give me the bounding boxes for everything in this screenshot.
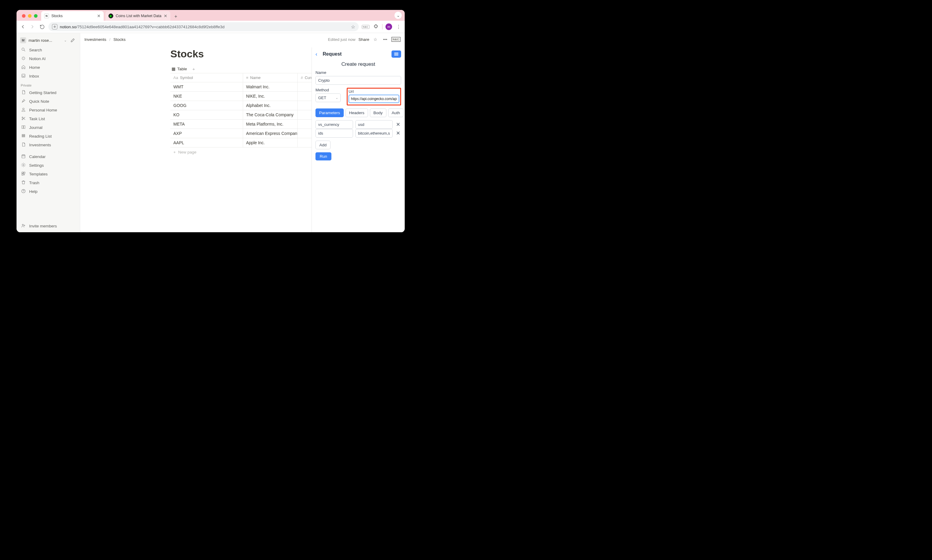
cell-name[interactable]: Alphabet Inc. — [243, 101, 298, 110]
tab-headers[interactable]: Headers — [346, 108, 368, 117]
param-key-input[interactable] — [315, 129, 353, 138]
profile-avatar[interactable]: m — [386, 23, 392, 30]
cell-symbol[interactable]: NKE — [170, 92, 243, 101]
site-info-icon[interactable]: ⚙ — [52, 24, 57, 29]
sidebar-page-item[interactable]: Journal — [17, 123, 80, 132]
remove-param-icon[interactable]: ✕ — [395, 122, 401, 128]
browser-toolbar: ⚙ notion.so/75124d9ee6054e648ead801aa414… — [17, 21, 405, 33]
breadcrumb[interactable]: Investments — [85, 37, 106, 42]
new-page-button[interactable] — [69, 37, 76, 44]
chevron-down-icon: ⌄ — [64, 38, 67, 42]
workspace-name: martin rose... — [29, 38, 62, 43]
reload-button[interactable] — [39, 23, 45, 30]
sidebar-item[interactable]: Templates — [17, 170, 80, 178]
sidebar-item[interactable]: Trash — [17, 178, 80, 187]
svg-rect-9 — [22, 172, 23, 174]
address-bar[interactable]: ⚙ notion.so/75124d9ee6054e648ead801aa414… — [48, 22, 359, 31]
remove-param-icon[interactable]: ✕ — [395, 130, 401, 136]
home-icon — [21, 65, 26, 70]
sidebar-item[interactable]: Calendar — [17, 152, 80, 161]
panel-title: Request — [323, 51, 341, 57]
tab-body[interactable]: Body — [370, 108, 386, 117]
browser-menu-icon[interactable]: ⋮ — [395, 23, 402, 30]
edited-timestamp: Edited just now — [328, 37, 355, 42]
maximize-window[interactable] — [34, 14, 38, 18]
run-button[interactable]: Run — [315, 152, 331, 160]
cell-name[interactable]: Apple Inc. — [243, 138, 298, 147]
inbox-icon — [21, 73, 26, 79]
cell-name[interactable]: American Express Company — [243, 129, 298, 138]
back-button[interactable] — [20, 23, 26, 30]
sidebar-page-item[interactable]: Investments — [17, 141, 80, 149]
method-select[interactable]: GET ⌄ — [315, 94, 341, 102]
invite-members[interactable]: Invite members — [17, 222, 80, 231]
tab-parameters[interactable]: Parameters — [315, 108, 344, 117]
extension-badge[interactable]: N&C — [392, 37, 400, 42]
share-button[interactable]: Share — [358, 37, 369, 42]
sidebar-item-label: Templates — [29, 172, 48, 176]
url-input[interactable] — [349, 95, 399, 103]
cell-symbol[interactable]: AXP — [170, 129, 243, 138]
sidebar-page-item[interactable]: Task List — [17, 114, 80, 123]
url-field-label: Url — [349, 89, 399, 94]
sidebar-item[interactable]: Notion AI — [17, 54, 80, 63]
main-content: Investments / Stocks Edited just now Sha… — [80, 33, 405, 232]
svg-point-13 — [22, 224, 23, 225]
sidebar-item[interactable]: Inbox — [17, 72, 80, 80]
param-value-input[interactable] — [355, 120, 393, 129]
add-param-button[interactable]: Add — [315, 141, 331, 149]
sidebar-item-label: Task List — [29, 117, 45, 121]
page-icon — [21, 142, 26, 148]
sidebar-item-label: Inbox — [29, 74, 39, 78]
trash-icon — [21, 180, 26, 186]
tabs-overflow-button[interactable]: ⌄ — [394, 12, 402, 19]
browser-tab[interactable]: N Stocks ✕ — [41, 11, 104, 21]
more-menu-icon[interactable]: ••• — [382, 36, 389, 43]
close-tab-icon[interactable]: ✕ — [164, 14, 168, 18]
cell-name[interactable]: The Coca-Cola Company — [243, 110, 298, 119]
sidebar-page-item[interactable]: Getting Started — [17, 88, 80, 97]
sidebar-item-label: Reading List — [29, 134, 52, 138]
sidebar-page-item[interactable]: Reading List — [17, 132, 80, 141]
tab-auth[interactable]: Auth — [388, 108, 404, 117]
close-tab-icon[interactable]: ✕ — [97, 14, 101, 18]
extension-chip[interactable]: N&C — [362, 25, 369, 29]
sidebar-page-item[interactable]: Quick Note — [17, 97, 80, 106]
workspace-switcher[interactable]: M martin rose... ⌄ — [17, 35, 80, 46]
cell-symbol[interactable]: WMT — [170, 82, 243, 91]
panel-menu-button[interactable] — [392, 51, 401, 58]
cell-name[interactable]: NIKE, Inc. — [243, 92, 298, 101]
name-input[interactable] — [315, 76, 401, 85]
sidebar-item[interactable]: Settings — [17, 161, 80, 170]
cell-symbol[interactable]: KO — [170, 110, 243, 119]
close-window[interactable] — [22, 14, 26, 18]
minimize-window[interactable] — [28, 14, 32, 18]
panel-tabs: Parameters Headers Body Auth — [315, 108, 401, 117]
bookmark-star-icon[interactable]: ☆ — [351, 24, 355, 30]
breadcrumb[interactable]: Stocks — [114, 37, 126, 42]
sidebar-item[interactable]: Search — [17, 46, 80, 54]
sidebar-item[interactable]: Home — [17, 63, 80, 72]
column-header[interactable]: ≡Name — [243, 73, 298, 82]
svg-rect-4 — [22, 134, 25, 135]
cell-name[interactable]: Meta Platforms, Inc. — [243, 120, 298, 129]
extensions-icon[interactable] — [372, 23, 379, 30]
cell-symbol[interactable]: GOOG — [170, 101, 243, 110]
panel-back-button[interactable]: ‹ — [315, 51, 323, 57]
browser-tab[interactable]: ◐ Coins List with Market Data ✕ — [105, 11, 170, 21]
new-tab-button[interactable]: + — [172, 12, 180, 21]
calendar-icon — [21, 154, 26, 160]
view-tab-table[interactable]: ▦ Table — [170, 65, 188, 73]
column-header[interactable]: AaSymbol — [170, 73, 243, 82]
cell-symbol[interactable]: META — [170, 120, 243, 129]
cell-name[interactable]: Walmart Inc. — [243, 82, 298, 91]
sidebar-section-label: Private — [17, 80, 80, 88]
param-value-input[interactable] — [355, 129, 393, 138]
favorite-star-icon[interactable]: ☆ — [372, 36, 379, 43]
sidebar-item[interactable]: Help — [17, 187, 80, 196]
forward-button[interactable] — [29, 23, 36, 30]
add-view-button[interactable]: + — [191, 65, 197, 73]
param-key-input[interactable] — [315, 120, 353, 129]
sidebar-page-item[interactable]: Personal Home — [17, 106, 80, 114]
cell-symbol[interactable]: AAPL — [170, 138, 243, 147]
